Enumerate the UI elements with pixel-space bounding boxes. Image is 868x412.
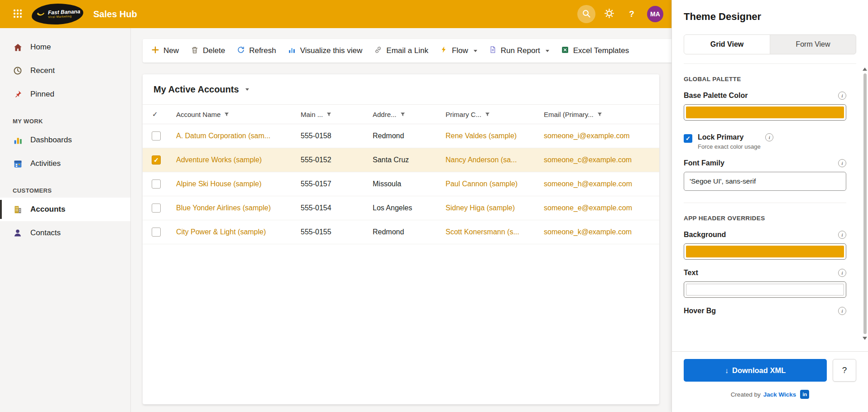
app-launcher-button[interactable]	[8, 5, 27, 24]
account-name-link[interactable]: Adventure Works (sample)	[176, 156, 301, 164]
sidebar-item-dashboards[interactable]: Dashboards	[0, 128, 130, 152]
primary-contact-link[interactable]: Paul Cannon (sample)	[446, 180, 544, 188]
sidebar-item-activities[interactable]: Activities	[0, 152, 130, 175]
email-link[interactable]: someone_c@example.com	[544, 156, 659, 164]
run-report-button[interactable]: Run Report	[483, 42, 555, 60]
base-palette-color-swatch[interactable]	[684, 104, 846, 121]
primary-contact-link[interactable]: Scott Konersmann (s...	[446, 228, 544, 236]
account-name-link[interactable]: City Power & Light (sample)	[176, 228, 301, 236]
settings-button[interactable]	[600, 5, 618, 23]
primary-contact-link[interactable]: Rene Valdes (sample)	[446, 132, 544, 140]
row-checkbox[interactable]	[152, 204, 161, 213]
filter-icon	[485, 111, 490, 118]
primary-contact-link[interactable]: Sidney Higa (sample)	[446, 204, 544, 212]
visualize-view-button[interactable]: Visualize this view	[282, 42, 369, 60]
app-title[interactable]: Sales Hub	[93, 9, 137, 19]
panel-help-button[interactable]: ?	[833, 359, 856, 382]
author-link[interactable]: Jack Wicks	[763, 391, 796, 398]
logo-tagline: Viral Marketing	[48, 15, 81, 19]
info-icon[interactable]: i	[838, 269, 846, 277]
row-checkbox[interactable]	[152, 179, 161, 189]
email-link[interactable]: someone_k@example.com	[544, 228, 659, 236]
main-phone-cell: 555-0152	[301, 156, 373, 164]
info-icon[interactable]: i	[838, 231, 846, 239]
email-link[interactable]: someone_h@example.com	[544, 180, 659, 188]
select-all-column[interactable]: ✓	[143, 110, 176, 118]
row-checkbox[interactable]	[152, 155, 161, 165]
download-xml-button[interactable]: ↓ Download XML	[684, 359, 827, 382]
background-field-row: Background i	[684, 231, 846, 239]
sidebar-item-pinned[interactable]: Pinned	[0, 82, 130, 106]
excel-templates-button[interactable]: Excel Templates	[555, 42, 635, 60]
lock-primary-label: Lock Primary	[698, 133, 743, 141]
text-field-row: Text i	[684, 269, 846, 277]
column-header-main-phone[interactable]: Main ...	[301, 111, 373, 118]
download-icon: ↓	[725, 366, 729, 375]
banana-icon	[36, 9, 46, 21]
table-row[interactable]: A. Datum Corporation (sam... 555-0158 Re…	[143, 124, 659, 148]
delete-button[interactable]: Delete	[185, 42, 231, 60]
new-button[interactable]: New	[145, 42, 185, 60]
info-icon[interactable]: i	[838, 159, 846, 167]
address-city-cell: Los Angeles	[373, 204, 446, 212]
refresh-button[interactable]: Refresh	[231, 42, 282, 60]
tab-grid-view[interactable]: Grid View	[684, 35, 770, 54]
grid-header-row: ✓ Account Name Main ... Addre...	[143, 104, 659, 124]
row-checkbox[interactable]	[152, 228, 161, 237]
address-city-cell: Redmond	[373, 228, 446, 236]
scroll-down-icon[interactable]	[863, 337, 867, 340]
refresh-icon	[237, 46, 245, 56]
account-name-link[interactable]: Blue Yonder Airlines (sample)	[176, 204, 301, 212]
credit-row: Created by Jack Wicks in	[684, 390, 856, 399]
header-checkmark: ✓	[152, 110, 158, 118]
column-header-account-name[interactable]: Account Name	[176, 111, 301, 118]
email-link-button[interactable]: Email a Link	[368, 42, 434, 60]
sidebar-item-home[interactable]: Home	[0, 35, 130, 59]
view-selector[interactable]: My Active Accounts	[153, 84, 249, 95]
sidebar-item-accounts[interactable]: Accounts	[0, 198, 130, 221]
table-row[interactable]: Adventure Works (sample) 555-0152 Santa …	[143, 148, 659, 172]
background-color-swatch[interactable]	[684, 243, 846, 260]
background-label: Background	[684, 231, 726, 239]
help-button[interactable]: ?	[623, 5, 641, 23]
sidebar-item-recent[interactable]: Recent	[0, 59, 130, 82]
panel-footer: ↓ Download XML ? Created by Jack Wicks i…	[672, 351, 868, 412]
account-name-link[interactable]: A. Datum Corporation (sam...	[176, 132, 301, 140]
scroll-up-icon[interactable]	[863, 68, 867, 71]
column-header-primary-contact[interactable]: Primary C...	[446, 111, 544, 118]
text-color-swatch[interactable]	[684, 281, 846, 298]
email-link[interactable]: someone_i@example.com	[544, 132, 659, 140]
column-header-address-city[interactable]: Addre...	[373, 111, 446, 118]
table-row[interactable]: Alpine Ski House (sample) 555-0157 Misso…	[143, 172, 659, 196]
address-city-cell: Redmond	[373, 132, 446, 140]
flow-button[interactable]: Flow	[434, 42, 483, 60]
info-icon[interactable]: i	[838, 92, 846, 100]
base-palette-field-row: Base Palette Color i	[684, 92, 846, 100]
view-title-row: My Active Accounts	[143, 74, 659, 104]
info-icon[interactable]: i	[838, 307, 846, 315]
search-icon	[582, 9, 591, 19]
scrollbar-thumb[interactable]	[863, 73, 867, 334]
filter-icon	[400, 111, 405, 118]
email-link[interactable]: someone_e@example.com	[544, 204, 659, 212]
view-title-label: My Active Accounts	[153, 84, 239, 95]
dashboard-icon	[13, 135, 23, 145]
row-checkbox[interactable]	[152, 131, 161, 141]
account-name-link[interactable]: Alpine Ski House (sample)	[176, 180, 301, 188]
scrollbar[interactable]	[862, 67, 868, 341]
user-avatar[interactable]: MA	[647, 6, 663, 22]
primary-contact-link[interactable]: Nancy Anderson (sa...	[446, 156, 544, 164]
linkedin-icon[interactable]: in	[800, 390, 809, 399]
search-button[interactable]	[577, 5, 595, 23]
sidebar-item-contacts[interactable]: Contacts	[0, 221, 130, 245]
filter-icon	[224, 111, 229, 118]
table-row[interactable]: Blue Yonder Airlines (sample) 555-0154 L…	[143, 196, 659, 220]
table-row[interactable]: City Power & Light (sample) 555-0155 Red…	[143, 220, 659, 244]
font-family-input[interactable]	[684, 172, 846, 191]
sidebar-item-label: Accounts	[30, 205, 65, 214]
swatch-fill	[686, 246, 844, 257]
column-header-email[interactable]: Email (Primary...	[544, 111, 659, 118]
info-icon[interactable]: i	[765, 133, 773, 141]
lock-primary-checkbox[interactable]	[684, 134, 692, 143]
tab-form-view[interactable]: Form View	[770, 35, 856, 54]
